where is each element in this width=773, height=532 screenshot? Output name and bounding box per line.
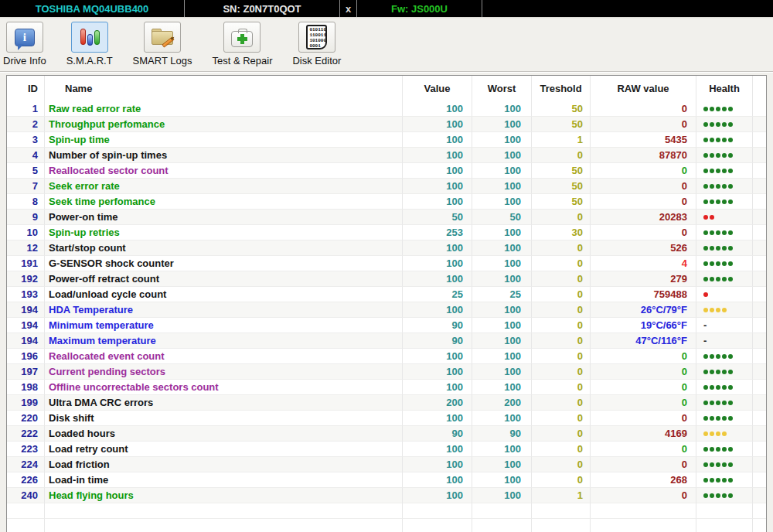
table-row[interactable]: 224Load friction10010000 (7, 457, 766, 472)
attribute-treshold: 0 (532, 302, 591, 318)
attribute-value: 100 (403, 117, 472, 132)
attribute-worst: 50 (472, 210, 532, 225)
disk-editor-button[interactable]: 0101101100111010000001 Disk Editor (292, 22, 341, 66)
attribute-name: Current pending sectors (45, 364, 403, 380)
attribute-name: Head flying hours (45, 488, 403, 503)
attribute-name: Spin-up time (45, 132, 403, 148)
health-dot (710, 370, 714, 374)
health-indicator (696, 117, 753, 132)
row-spacer (753, 302, 766, 318)
column-header-health[interactable]: Health (696, 76, 753, 101)
table-row[interactable]: 192Power-off retract count1001000279 (7, 271, 766, 287)
health-dot (728, 246, 733, 251)
health-dot (703, 246, 708, 251)
attribute-name: Seek time perfomance (45, 194, 403, 210)
health-dot (703, 370, 708, 374)
table-row[interactable]: 240Head flying hours10010010 (7, 488, 766, 503)
column-header-value[interactable]: Value (403, 76, 472, 101)
attribute-name: HDA Temperature (45, 302, 403, 318)
table-row[interactable]: 194HDA Temperature100100026°C/79°F (7, 302, 766, 318)
table-row[interactable]: 9Power-on time5050020283 (7, 210, 766, 225)
column-header-name[interactable]: Name (45, 76, 403, 101)
table-row[interactable]: 194Minimum temperature90100019°C/66°F- (7, 318, 766, 333)
health-dot (722, 153, 727, 158)
table-row[interactable]: 199Ultra DMA CRC errors20020000 (7, 395, 766, 411)
health-indicator (696, 395, 753, 411)
attribute-raw-value: 20283 (591, 210, 696, 225)
attribute-treshold: 0 (532, 333, 591, 349)
health-dot (703, 261, 708, 266)
health-dot (710, 493, 714, 498)
column-header-id[interactable]: ID (7, 76, 45, 101)
row-spacer (753, 256, 766, 271)
attribute-id: 8 (7, 194, 45, 210)
health-dot (716, 169, 720, 173)
table-row[interactable]: 3Spin-up time10010015435 (7, 132, 766, 148)
health-dot (728, 169, 733, 173)
empty-cell (472, 519, 532, 532)
column-header-treshold[interactable]: Treshold (532, 76, 591, 101)
health-dot (716, 184, 720, 189)
health-indicator (696, 411, 753, 426)
table-row[interactable]: 193Load/unload cycle count25250759488 (7, 287, 766, 302)
attribute-worst: 100 (472, 163, 532, 179)
attribute-raw-value: 759488 (591, 287, 696, 302)
smart-table-body: 1Raw read error rate1001005002Throughput… (7, 101, 766, 532)
table-row[interactable]: 191G-SENSOR shock counter10010004 (7, 256, 766, 271)
folder-pencil-icon (144, 22, 181, 53)
attribute-value: 50 (403, 210, 472, 225)
test-repair-button[interactable]: Test & Repair (212, 22, 272, 66)
table-row[interactable]: 7Seek error rate100100500 (7, 179, 766, 194)
column-header-spacer (753, 76, 766, 101)
attribute-raw-value: 0 (591, 488, 696, 503)
table-row[interactable]: 226Load-in time1001000268 (7, 472, 766, 488)
attribute-worst: 100 (472, 380, 532, 395)
health-dot (716, 138, 720, 142)
table-row[interactable]: 197Current pending sectors10010000 (7, 364, 766, 380)
table-row[interactable]: 223Load retry count10010000 (7, 442, 766, 457)
attribute-name: Load-in time (45, 472, 403, 488)
health-indicator (696, 302, 753, 318)
column-header-worst[interactable]: Worst (472, 76, 532, 101)
attribute-raw-value: 0 (591, 117, 696, 132)
empty-cell (696, 503, 753, 519)
health-dot (722, 122, 727, 127)
close-icon[interactable]: x (340, 0, 357, 17)
table-row[interactable]: 10Spin-up retries253100300 (7, 225, 766, 240)
attribute-worst: 100 (472, 240, 532, 256)
empty-cell (403, 503, 472, 519)
smart-button[interactable]: S.M.A.R.T (66, 22, 113, 66)
attribute-raw-value: 0 (591, 349, 696, 364)
health-dot (722, 200, 727, 204)
attribute-raw-value: 0 (591, 395, 696, 411)
attribute-name: Reallocated sector count (45, 163, 403, 179)
table-row[interactable]: 8Seek time perfomance100100500 (7, 194, 766, 210)
attribute-value: 253 (403, 225, 472, 240)
attribute-id: 1 (7, 101, 45, 117)
attribute-name: Power-on time (45, 210, 403, 225)
table-row[interactable]: 4Number of spin-up times100100087870 (7, 148, 766, 163)
attribute-raw-value: 0 (591, 163, 696, 179)
empty-cell (45, 519, 403, 532)
table-row[interactable]: 1Raw read error rate100100500 (7, 101, 766, 117)
table-row[interactable]: 222Loaded hours909004169 (7, 426, 766, 442)
health-dot (716, 246, 720, 251)
health-dot (722, 462, 727, 467)
health-dot (710, 246, 714, 251)
table-row[interactable]: 2Throughput perfomance100100500 (7, 117, 766, 132)
table-row[interactable]: 220Disk shift10010000 (7, 411, 766, 426)
table-row[interactable]: 196Reallocated event count10010000 (7, 349, 766, 364)
table-row[interactable]: 198Offline uncorrectable sectors count10… (7, 380, 766, 395)
smart-logs-button[interactable]: SMART Logs (133, 22, 192, 66)
column-header-raw-value[interactable]: RAW value (591, 76, 696, 101)
table-row[interactable]: 194Maximum temperature90100047°C/116°F- (7, 333, 766, 349)
attribute-id: 224 (7, 457, 45, 472)
disk-editor-label: Disk Editor (292, 55, 341, 66)
table-row[interactable]: 12Start/stop count1001000526 (7, 240, 766, 256)
health-dot (710, 200, 714, 204)
drive-info-button[interactable]: i Drive Info (3, 22, 46, 66)
table-row[interactable]: 5Reallocated sector count100100500 (7, 163, 766, 179)
attribute-value: 25 (403, 287, 472, 302)
health-dot (710, 261, 714, 266)
attribute-value: 90 (403, 426, 472, 442)
